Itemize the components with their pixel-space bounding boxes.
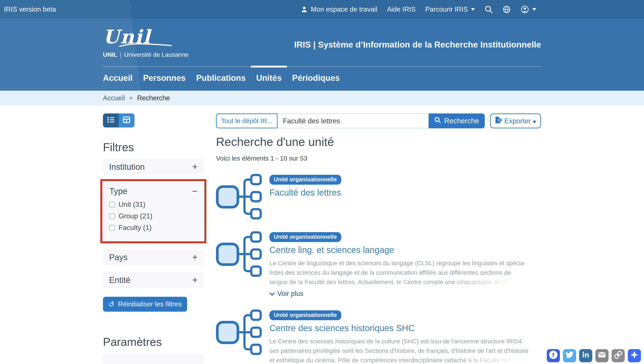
nav-item-publications[interactable]: Publications [191, 67, 251, 91]
linkedin-icon [582, 351, 590, 361]
faculty-checkbox[interactable] [109, 225, 115, 230]
unil-logo-script: Unil [103, 28, 188, 45]
description-line: Le Centre des sciences historiques de la… [270, 336, 528, 346]
filter-label: Entité [109, 276, 130, 285]
search-icon [434, 117, 441, 125]
twitter-share-button[interactable] [563, 349, 576, 362]
result-type-badge: Unité organisationnelle [270, 175, 341, 185]
filter-panel-pays: Pays + [103, 250, 204, 265]
unil-logo[interactable]: Unil UNIL | Université de Lausanne [103, 28, 188, 58]
result-title-link[interactable]: Centre ling. et sciences langage [270, 245, 526, 255]
annotation-highlight-type-filter: Type − Unit (31) Group (21) Faculty (1) [100, 179, 206, 243]
filter-header-entite[interactable]: Entité + [109, 272, 198, 288]
sort-panel: Trier par Le plus pertinent [103, 354, 204, 364]
filter-panel-institution: Institution + [103, 159, 204, 175]
version-label: IRIS version beta [4, 6, 56, 13]
collapse-icon: − [192, 186, 197, 196]
list-view-button[interactable] [103, 114, 119, 128]
checkbox-label[interactable]: Faculty (1) [118, 224, 152, 232]
browse-menu-item[interactable]: Parcourir IRIS [425, 6, 475, 13]
main-nav: Accueil Personnes Publications Unités Pé… [103, 66, 541, 91]
filter-header-type[interactable]: Type − [109, 182, 197, 200]
copy-link-button[interactable] [612, 349, 625, 362]
nav-item-accueil[interactable]: Accueil [103, 67, 138, 91]
account-menu-item[interactable] [520, 5, 536, 14]
reset-icon: ↺ [108, 300, 115, 308]
more-share-button[interactable] [628, 349, 641, 362]
filter-header-institution[interactable]: Institution + [109, 159, 198, 175]
result-type-badge: Unité organisationnelle [270, 310, 341, 320]
group-checkbox[interactable] [109, 213, 115, 219]
filter-header-pays[interactable]: Pays + [109, 250, 198, 265]
caret-down-icon [532, 8, 536, 11]
search-submit-button[interactable]: Recherche [429, 114, 485, 128]
org-unit-icon [216, 174, 262, 220]
type-option-faculty: Faculty (1) [109, 224, 197, 232]
filter-label: Institution [109, 162, 145, 172]
result-item: Unité organisationnelle Faculté des lett… [216, 174, 541, 220]
search-bar: Tout le dépôt IR... Recherche Exporter [216, 114, 541, 128]
search-scope-button[interactable]: Tout le dépôt IR... [216, 114, 278, 128]
filter-label: Type [109, 186, 127, 196]
chevron-down-icon [270, 290, 275, 298]
email-share-button[interactable] [595, 349, 608, 362]
search-input[interactable] [278, 114, 429, 128]
person-circle-icon [520, 5, 529, 14]
facebook-icon: f [548, 350, 558, 361]
header-banner: Unil UNIL | Université de Lausanne IRIS … [0, 19, 644, 91]
workspace-menu-item[interactable]: Mon espace de travail [301, 6, 377, 13]
description-line: langue de la Faculté des lettres. Actuel… [270, 277, 526, 287]
org-unit-icon [216, 231, 262, 277]
results-count: Voici les éléments 1 - 10 sur 53 [216, 154, 541, 162]
description-line: et esthétique du cinéma. Pôle de compéte… [270, 356, 528, 364]
filter-panel-type: Type − Unit (31) Group (21) Faculty (1) [103, 182, 204, 240]
see-more-label: Voir plus [277, 290, 304, 298]
grid-view-button[interactable] [119, 114, 134, 128]
globe-icon[interactable] [502, 5, 511, 14]
nav-item-unites[interactable]: Unités [251, 67, 287, 91]
expand-icon: + [192, 252, 198, 262]
expand-icon: + [192, 275, 198, 285]
type-option-group: Group (21) [109, 212, 197, 220]
facebook-share-button[interactable]: f [547, 349, 560, 362]
see-more-link[interactable]: Voir plus [270, 290, 304, 298]
breadcrumb: Accueil Recherche [103, 91, 541, 106]
caret-down-icon [532, 117, 536, 125]
result-item: Unité organisationnelle Centre des scien… [216, 310, 541, 364]
result-body: Unité organisationnelle Centre des scien… [270, 310, 528, 364]
export-button[interactable]: Exporter [490, 114, 541, 128]
breadcrumb-home-link[interactable]: Accueil [103, 94, 125, 102]
help-menu-item[interactable]: Aide IRIS [387, 6, 416, 13]
nav-item-periodiques[interactable]: Périodiques [287, 67, 345, 91]
plus-icon [630, 350, 639, 361]
result-body: Unité organisationnelle Faculté des lett… [270, 174, 341, 220]
twitter-icon [565, 350, 574, 361]
person-icon [301, 6, 308, 13]
search-icon[interactable] [484, 5, 493, 14]
result-title-link[interactable]: Centre des sciences historiques SHC [270, 323, 528, 333]
reset-filters-button[interactable]: ↺ Réinitialiser les filtres [103, 297, 187, 312]
link-icon [614, 351, 622, 361]
share-toolbar: f [547, 349, 641, 362]
linkedin-share-button[interactable] [579, 349, 592, 362]
browse-label: Parcourir IRIS [425, 6, 468, 13]
breadcrumb-bar: Accueil Recherche [0, 91, 644, 106]
logo-separator: | [120, 51, 121, 58]
checkbox-label[interactable]: Unit (31) [118, 200, 146, 208]
checkbox-label[interactable]: Group (21) [118, 212, 152, 220]
nav-item-personnes[interactable]: Personnes [138, 67, 191, 91]
email-icon [598, 350, 606, 361]
result-body: Unité organisationnelle Centre ling. et … [270, 231, 526, 298]
unil-acronym: UNIL [103, 51, 117, 58]
unit-checkbox[interactable] [109, 202, 115, 208]
result-item: Unité organisationnelle Centre ling. et … [216, 231, 541, 298]
result-title-link[interactable]: Faculté des lettres [270, 188, 341, 198]
reset-label: Réinitialiser les filtres [118, 300, 182, 308]
caret-down-icon [471, 8, 475, 11]
results-main: Tout le dépôt IR... Recherche Exporter R… [216, 106, 541, 364]
description-line: ses partenaires privilégiés sont les Sec… [270, 346, 528, 356]
file-export-icon [494, 116, 502, 126]
university-name: Université de Lausanne [124, 51, 188, 58]
result-type-badge: Unité organisationnelle [270, 232, 341, 242]
settings-title: Paramètres [103, 335, 204, 348]
